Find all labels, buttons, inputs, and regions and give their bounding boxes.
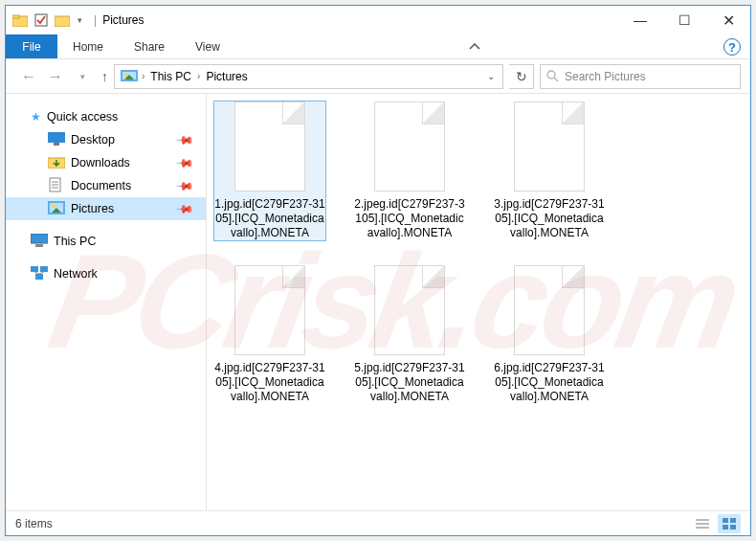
svg-rect-31 — [723, 525, 728, 530]
help-button[interactable]: ? — [723, 38, 741, 56]
pin-icon: 📌 — [175, 153, 195, 173]
sidebar-item-pictures[interactable]: Pictures 📌 — [6, 197, 206, 220]
breadcrumb-separator-icon[interactable]: › — [195, 71, 202, 81]
sidebar-item-label: Downloads — [71, 156, 130, 169]
file-icon — [514, 101, 585, 192]
file-label: 6.jpg.id[C279F237-3105].[ICQ_Monetadicav… — [494, 361, 605, 404]
svg-rect-19 — [31, 234, 48, 243]
network-icon — [31, 266, 48, 282]
pin-icon: 📌 — [175, 199, 195, 219]
svg-point-18 — [52, 204, 56, 208]
file-label: 2.jpeg.id[C279F237-3105].[ICQ_Monetadica… — [354, 197, 465, 240]
file-icon — [234, 265, 305, 355]
search-input[interactable] — [565, 70, 740, 83]
svg-rect-1 — [12, 15, 19, 18]
sidebar-item-desktop[interactable]: Desktop 📌 — [6, 128, 206, 151]
ribbon: File Home Share View ? — [6, 34, 750, 59]
svg-point-7 — [547, 71, 555, 79]
view-largeicons-button[interactable] — [718, 514, 741, 533]
navbar: ← → ▾ ↑ › This PC › Pictures ⌄ ↻ — [6, 59, 750, 94]
window-title: Pictures — [102, 13, 144, 27]
tab-share[interactable]: Share — [119, 34, 180, 58]
refresh-button[interactable]: ↻ — [509, 64, 534, 89]
location-icon — [121, 68, 140, 85]
sidebar-item-this-pc[interactable]: This PC — [6, 230, 206, 253]
svg-line-25 — [39, 272, 44, 274]
pin-icon: 📌 — [175, 176, 195, 196]
sidebar-item-quick-access[interactable]: ★ Quick access — [6, 105, 206, 128]
breadcrumb-pictures[interactable]: Pictures — [202, 70, 251, 83]
sidebar-item-documents[interactable]: Documents 📌 — [6, 174, 206, 197]
ribbon-expand-button[interactable] — [464, 34, 485, 59]
sidebar-item-label: Quick access — [47, 110, 118, 124]
navigation-pane: ★ Quick access Desktop 📌 Downloads 📌 Doc… — [6, 94, 207, 510]
file-item[interactable]: 2.jpeg.id[C279F237-3105].[ICQ_Monetadica… — [354, 101, 465, 240]
file-icon — [234, 101, 305, 192]
sidebar-item-network[interactable]: Network — [6, 262, 206, 285]
minimize-button[interactable]: — — [618, 6, 662, 34]
titlebar: ▾ | Pictures — ☐ ✕ — [6, 6, 750, 34]
breadcrumb-this-pc[interactable]: This PC — [146, 70, 195, 83]
view-details-button[interactable] — [691, 514, 714, 533]
documents-icon — [48, 177, 65, 195]
file-tab[interactable]: File — [6, 34, 57, 58]
sidebar-item-label: Pictures — [71, 202, 114, 215]
window-controls: — ☐ ✕ — [618, 6, 750, 34]
sidebar-item-label: Desktop — [71, 133, 115, 147]
tab-home[interactable]: Home — [57, 34, 119, 58]
file-icon — [374, 265, 445, 355]
addressbar-dropdown-icon[interactable]: ⌄ — [479, 71, 502, 81]
breadcrumb-separator-icon[interactable]: › — [140, 71, 146, 81]
file-label: 4.jpg.id[C279F237-3105].[ICQ_Monetadicav… — [214, 361, 325, 404]
quickaccess-icon-2[interactable] — [54, 11, 71, 29]
close-button[interactable]: ✕ — [706, 6, 750, 34]
app-icon — [11, 11, 29, 29]
search-icon — [546, 70, 559, 82]
svg-rect-10 — [54, 143, 59, 146]
star-icon: ★ — [31, 110, 41, 124]
addressbar[interactable]: › This PC › Pictures ⌄ — [114, 64, 503, 89]
svg-rect-22 — [40, 266, 48, 272]
back-button[interactable]: ← — [15, 63, 42, 90]
sidebar-item-label: This PC — [54, 235, 96, 248]
body: ★ Quick access Desktop 📌 Downloads 📌 Doc… — [6, 94, 750, 510]
svg-rect-21 — [31, 266, 38, 272]
downloads-icon — [48, 155, 65, 171]
svg-rect-23 — [35, 274, 43, 280]
file-label: 1.jpg.id[C279F237-3105].[ICQ_Monetadicav… — [214, 197, 325, 240]
sidebar-item-label: Documents — [71, 179, 131, 192]
quickaccess-dropdown-icon[interactable]: ▾ — [75, 11, 84, 29]
recent-locations-button[interactable]: ▾ — [69, 63, 96, 90]
svg-rect-9 — [48, 132, 65, 143]
maximize-button[interactable]: ☐ — [662, 6, 706, 34]
file-label: 3.jpg.id[C279F237-3105].[ICQ_Monetadicav… — [494, 197, 605, 240]
svg-rect-3 — [55, 16, 70, 27]
file-explorer-window: ▾ | Pictures — ☐ ✕ File Home Share View … — [5, 5, 751, 536]
file-icon — [514, 265, 585, 355]
file-icon — [374, 101, 445, 192]
content-pane[interactable]: 1.jpg.id[C279F237-3105].[ICQ_Monetadicav… — [207, 94, 750, 510]
sidebar-item-downloads[interactable]: Downloads 📌 — [6, 151, 206, 174]
titlebar-separator: | — [94, 13, 97, 27]
file-grid: 1.jpg.id[C279F237-3105].[ICQ_Monetadicav… — [214, 101, 743, 404]
file-item[interactable]: 4.jpg.id[C279F237-3105].[ICQ_Monetadicav… — [214, 265, 325, 404]
this-pc-icon — [31, 234, 48, 250]
file-label: 5.jpg.id[C279F237-3105].[ICQ_Monetadicav… — [354, 361, 465, 404]
file-item[interactable]: 6.jpg.id[C279F237-3105].[ICQ_Monetadicav… — [494, 265, 605, 404]
file-item[interactable]: 1.jpg.id[C279F237-3105].[ICQ_Monetadicav… — [214, 101, 325, 240]
svg-rect-32 — [730, 525, 736, 530]
svg-line-24 — [34, 272, 39, 274]
pin-icon: 📌 — [175, 130, 195, 150]
up-button[interactable]: ↑ — [101, 69, 108, 84]
forward-button[interactable]: → — [42, 63, 69, 90]
svg-line-8 — [554, 78, 558, 81]
file-item[interactable]: 5.jpg.id[C279F237-3105].[ICQ_Monetadicav… — [354, 265, 465, 404]
statusbar: 6 items — [6, 510, 750, 535]
searchbox[interactable] — [540, 64, 741, 89]
file-item[interactable]: 3.jpg.id[C279F237-3105].[ICQ_Monetadicav… — [494, 101, 605, 240]
quickaccess-icon-1[interactable] — [33, 11, 50, 29]
tab-view[interactable]: View — [180, 34, 235, 58]
desktop-icon — [48, 132, 65, 148]
sidebar-item-label: Network — [54, 267, 98, 281]
svg-rect-29 — [723, 518, 728, 523]
